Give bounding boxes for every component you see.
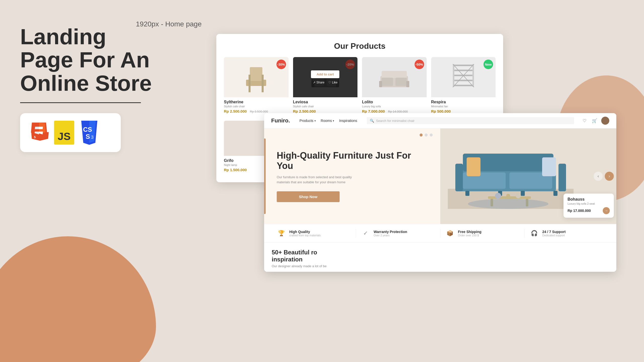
main-heading: Landing Page For An Online Store: [20, 25, 158, 95]
search-placeholder: Search for minimalist chair: [376, 119, 415, 123]
stat-item-shipping: 📦 Free Shipping Order over 150 $: [440, 229, 525, 238]
svg-text:CS: CS: [83, 126, 92, 133]
inspiration-section: 50+ Beautiful ro inspiration Our designe…: [264, 242, 616, 272]
stat-title-shipping: Free Shipping: [458, 230, 481, 234]
tech-badges-container: 5 JS CS S 3: [20, 113, 121, 152]
bg-decoration-blob: [0, 236, 156, 362]
svg-rect-10: [262, 75, 264, 92]
product-price-leviosa: Rp 2.500.000: [293, 109, 316, 113]
html5-badge: 5: [29, 121, 49, 145]
svg-rect-8: [250, 67, 262, 81]
floating-card-arrow-button[interactable]: →: [603, 207, 610, 214]
navbar-icons: ♡ 🛒: [581, 117, 609, 125]
carousel-dot-3[interactable]: [430, 133, 433, 137]
navbar: Funiro. Products ▾ Rooms ▾ Inspirations …: [264, 113, 616, 128]
product-old-price-lolito: Rp 14.000.000: [388, 110, 408, 113]
floating-card-name: Bohauss: [568, 197, 610, 202]
navbar-link-inspirations[interactable]: Inspirations: [339, 119, 357, 123]
floating-product-card: Bohauss Luxury big sofa 2-seat Rp 17.000…: [564, 194, 614, 218]
svg-rect-18: [382, 71, 407, 78]
inspiration-text: 50+ Beautiful ro inspiration Our designe…: [272, 249, 327, 268]
product-img-leviosa: -20% Add to cart ↗ Share ♡ Like: [293, 57, 358, 97]
product-img-respira: New: [431, 57, 496, 97]
svg-rect-21: [379, 81, 382, 87]
svg-text:S: S: [86, 133, 90, 140]
hero-section: High-Quality Furniture Just For You Our …: [264, 128, 616, 224]
svg-rect-19: [382, 78, 393, 86]
share-action[interactable]: ↗ Share: [313, 81, 325, 84]
hero-next-button[interactable]: ›: [605, 172, 614, 181]
stat-info-quality: High Quality crafted from top materials: [289, 230, 321, 237]
svg-rect-42: [455, 164, 463, 191]
stats-bar: 🏆 High Quality crafted from top material…: [264, 224, 616, 242]
carousel-dot-2[interactable]: [425, 133, 428, 137]
discount-badge-lolito: -50%: [415, 60, 424, 69]
navbar-search[interactable]: 🔍 Search for minimalist chair: [367, 117, 574, 124]
product-name-lolito: Lolito: [362, 100, 427, 104]
svg-point-53: [495, 193, 501, 199]
svg-rect-49: [542, 157, 556, 176]
navbar-logo: Funiro.: [271, 117, 290, 124]
trophy-icon: 🏆: [277, 229, 286, 238]
svg-point-55: [516, 193, 521, 198]
stat-item-warranty: ✓ Warranty Protection Over 2 years: [356, 229, 440, 238]
product-card-respira: New Respira Minimalist fan Rp 500.000: [431, 57, 496, 116]
stat-title-warranty: Warranty Protection: [374, 230, 407, 234]
inspiration-header: 50+ Beautiful ro inspiration Our designe…: [272, 249, 609, 268]
floating-card-subtitle: Luxury big sofa 2-seat: [568, 202, 610, 205]
svg-rect-9: [249, 75, 251, 92]
like-action[interactable]: ♡ Like: [328, 81, 338, 84]
svg-rect-48: [467, 157, 480, 176]
product-price-grifo: Rp 1.500.000: [224, 168, 247, 172]
shop-now-button[interactable]: Shop Now: [277, 191, 340, 202]
check-icon: ✓: [361, 229, 370, 238]
stat-sub-shipping: Order over 150 $: [458, 234, 481, 237]
svg-rect-46: [521, 191, 525, 196]
svg-rect-22: [406, 81, 409, 87]
product-name-syltherine: Syltherine: [224, 100, 289, 104]
hero-prev-button[interactable]: ‹: [594, 172, 603, 181]
wishlist-icon[interactable]: ♡: [581, 117, 588, 124]
leviosa-overlay: Add to cart ↗ Share ♡ Like: [293, 57, 358, 97]
inspiration-title-line2: inspiration: [272, 256, 327, 263]
stat-info-shipping: Free Shipping Order over 150 $: [458, 230, 481, 237]
svg-text:5: 5: [34, 135, 36, 139]
screenshot-wrapper: Our Products: [216, 20, 644, 347]
stat-info-support: 24 / 7 Support Dedicated support: [542, 230, 566, 237]
product-old-price-syltherine: Rp 3.500.000: [250, 110, 268, 113]
cart-icon[interactable]: 🛒: [591, 117, 598, 124]
product-price-lolito: Rp 7.000.000: [362, 109, 385, 113]
svg-point-56: [468, 199, 548, 209]
navbar-link-products[interactable]: Products ▾: [300, 119, 316, 123]
chevron-down-icon-rooms: ▾: [333, 119, 334, 122]
product-price-respira: Rp 500.000: [431, 109, 451, 113]
card-actions: ↗ Share ♡ Like: [313, 81, 338, 84]
product-subtitle-lolito: Luxury big sofa: [362, 105, 427, 108]
product-subtitle-respira: Minimalist fan: [431, 105, 496, 108]
svg-rect-29: [472, 64, 474, 87]
stat-title-support: 24 / 7 Support: [542, 230, 566, 234]
svg-rect-47: [553, 191, 557, 196]
hero-nav-arrows: ‹ ›: [594, 172, 614, 181]
left-panel: Landing Page For An Online Store 5 JS: [20, 25, 158, 152]
svg-rect-23: [453, 65, 473, 66]
user-avatar[interactable]: [601, 117, 609, 125]
svg-text:3: 3: [91, 134, 94, 140]
add-to-cart-button[interactable]: Add to cart: [311, 70, 339, 78]
products-section-title: Our Products: [224, 41, 496, 51]
heading-divider: [20, 102, 141, 103]
carousel-dot-1[interactable]: [420, 133, 423, 137]
stat-title-quality: High Quality: [289, 230, 321, 234]
product-card-syltherine: -30% Syltherine Stylish cafe chair Rp 2.…: [224, 57, 289, 116]
hero-title: High-Quality Furniture Just For You: [277, 150, 428, 171]
product-name-leviosa: Leviosa: [293, 100, 358, 104]
svg-rect-26: [453, 80, 473, 81]
svg-rect-28: [453, 64, 454, 87]
inspiration-subtitle: Our designer already made a lot of be: [272, 264, 327, 268]
navbar-link-rooms[interactable]: Rooms ▾: [321, 119, 334, 123]
hero-description: Our furniture is made from selected and …: [277, 175, 362, 185]
hero-accent-bar: [264, 139, 266, 214]
product-img-lolito: -50%: [362, 57, 427, 97]
stat-sub-quality: crafted from top materials: [289, 234, 321, 237]
product-subtitle-syltherine: Stylish cafe chair: [224, 105, 289, 108]
